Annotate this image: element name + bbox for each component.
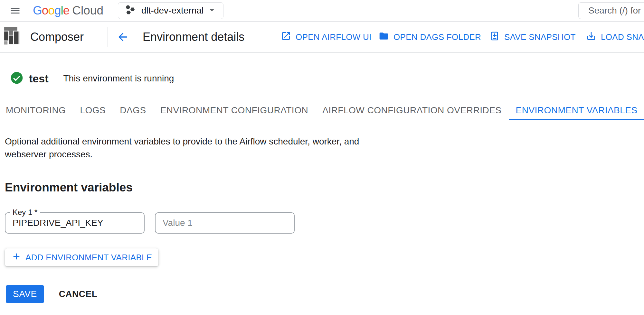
download-icon — [586, 31, 596, 43]
open-airflow-ui-button[interactable]: OPEN AIRFLOW UI — [281, 22, 372, 52]
google-cloud-logo: Google Cloud — [33, 4, 103, 17]
project-selector[interactable]: dlt-dev-external — [118, 2, 223, 19]
check-circle-icon — [10, 71, 24, 86]
logo-letter: g — [54, 4, 61, 17]
environment-name: test — [29, 72, 48, 85]
tab-dags[interactable]: DAGS — [113, 101, 153, 120]
tab-logs[interactable]: LOGS — [73, 101, 113, 120]
product-header: Composer Environment details OPEN AIRFLO… — [0, 22, 644, 53]
environment-status-message: This environment is running — [63, 73, 174, 84]
logo-letter: e — [63, 4, 70, 17]
action-label: OPEN AIRFLOW UI — [296, 32, 372, 42]
key-field: Key 1 * — [5, 212, 145, 234]
form-actions: SAVE CANCEL — [6, 285, 644, 303]
panel-description: Optional additional environment variable… — [5, 135, 388, 161]
load-snapshot-button[interactable]: LOAD SNAPSHOT — [586, 22, 644, 52]
project-hexagons-icon — [124, 5, 136, 17]
cancel-button[interactable]: CANCEL — [59, 289, 98, 299]
variable-row: Key 1 * — [5, 212, 644, 234]
hamburger-menu-icon[interactable] — [9, 5, 21, 17]
value-field — [155, 212, 295, 234]
header-actions: OPEN AIRFLOW UI OPEN DAGS FOLDER SAVE SN… — [0, 22, 644, 52]
project-name: dlt-dev-external — [141, 5, 206, 16]
open-in-new-icon — [281, 31, 291, 43]
environment-variables-panel: Optional additional environment variable… — [0, 135, 644, 303]
open-dags-folder-button[interactable]: OPEN DAGS FOLDER — [379, 22, 481, 52]
chevron-down-icon — [206, 5, 217, 17]
add-environment-variable-button[interactable]: ADD ENVIRONMENT VARIABLE — [5, 248, 158, 266]
logo-letter: G — [33, 4, 42, 17]
save-snapshot-button[interactable]: SAVE SNAPSHOT — [489, 22, 576, 52]
action-label: LOAD SNAPSHOT — [601, 32, 644, 42]
action-label: SAVE SNAPSHOT — [504, 32, 576, 42]
key-field-label: Key 1 * — [10, 208, 40, 217]
section-title: Environment variables — [5, 181, 644, 194]
search-input[interactable] — [579, 5, 644, 16]
logo-cloud-text: Cloud — [72, 4, 103, 17]
tab-monitoring[interactable]: MONITORING — [0, 101, 73, 120]
environment-status-row: test This environment is running — [0, 71, 644, 86]
tab-environment-variables[interactable]: ENVIRONMENT VARIABLES — [509, 101, 644, 120]
tab-airflow-configuration-overrides[interactable]: AIRFLOW CONFIGURATION OVERRIDES — [315, 101, 508, 120]
save-snapshot-icon — [489, 31, 500, 43]
tab-environment-configuration[interactable]: ENVIRONMENT CONFIGURATION — [153, 101, 315, 120]
plus-icon — [11, 251, 22, 264]
logo-letter: o — [48, 4, 54, 17]
add-button-label: ADD ENVIRONMENT VARIABLE — [25, 253, 152, 263]
global-search — [578, 2, 644, 19]
folder-icon — [379, 31, 389, 43]
action-label: OPEN DAGS FOLDER — [393, 32, 481, 42]
logo-letter: l — [61, 4, 63, 17]
tab-bar: MONITORING LOGS DAGS ENVIRONMENT CONFIGU… — [0, 101, 644, 120]
value-input[interactable] — [156, 213, 294, 233]
logo-letter: o — [42, 4, 48, 17]
top-app-bar: Google Cloud dlt-dev-external — [0, 0, 644, 22]
save-button[interactable]: SAVE — [6, 285, 44, 303]
